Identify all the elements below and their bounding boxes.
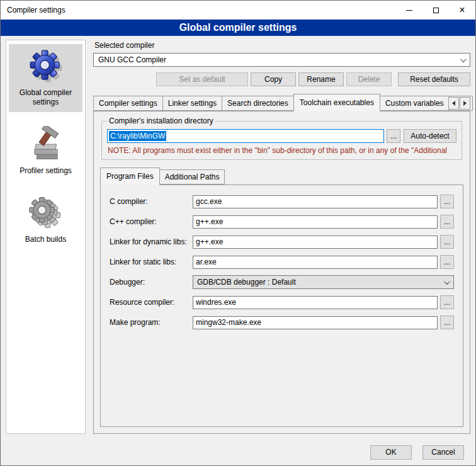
tab-scroll-right-button[interactable] — [460, 97, 470, 110]
blue-gear-icon — [28, 48, 64, 84]
installation-directory-browse-button[interactable]: ... — [387, 129, 400, 143]
installation-note: NOTE: All programs must exist either in … — [108, 146, 456, 155]
installation-directory-input[interactable]: C:\raylib\MinGW — [107, 129, 384, 143]
set-as-default-button: Set as default — [156, 72, 248, 86]
cpp-compiler-browse-button[interactable]: ... — [440, 215, 454, 229]
debugger-row: Debugger: GDB/CDB debugger : Default — [101, 272, 463, 292]
installation-directory-legend: Compiler's installation directory — [107, 116, 215, 125]
delete-button: Delete — [346, 72, 392, 86]
main-panel: Selected compiler GNU GCC Compiler Set a… — [93, 40, 470, 434]
toolchain-executables-page: Compiler's installation directory C:\ray… — [93, 111, 470, 434]
program-files-panel: C compiler: ... C++ compiler: ... Linker… — [100, 185, 463, 427]
compiler-settings-window: Compiler settings × Global compiler sett… — [0, 0, 476, 466]
resource-compiler-row: Resource compiler: ... — [101, 292, 463, 312]
linker-dynamic-browse-button[interactable]: ... — [440, 235, 454, 249]
linker-static-browse-button[interactable]: ... — [440, 255, 454, 269]
auto-detect-button[interactable]: Auto-detect — [404, 129, 456, 143]
profiler-hammer-icon — [28, 126, 64, 162]
right-arrow-icon — [463, 101, 467, 106]
make-program-label: Make program: — [110, 318, 193, 327]
tab-scroll-left-button[interactable] — [448, 97, 459, 110]
copy-button[interactable]: Copy — [251, 72, 296, 86]
close-icon: × — [459, 5, 465, 15]
c-compiler-label: C compiler: — [110, 197, 193, 206]
sidebar-item-label: Global compiler settings — [10, 88, 81, 107]
debugger-select-value: GDB/CDB debugger : Default — [197, 278, 296, 287]
installation-directory-row: C:\raylib\MinGW ... Auto-detect — [107, 129, 456, 143]
rename-button[interactable]: Rename — [298, 72, 344, 86]
dialog-header-title: Global compiler settings — [1, 20, 475, 36]
make-program-browse-button[interactable]: ... — [440, 315, 454, 329]
compiler-select[interactable]: GNU GCC Compiler — [93, 53, 470, 67]
chevron-down-icon — [460, 56, 467, 62]
subtab-program-files[interactable]: Program Files — [100, 168, 160, 185]
window-title: Compiler settings — [1, 6, 396, 14]
sidebar-item-global-compiler-settings[interactable]: Global compiler settings — [9, 44, 82, 112]
titlebar[interactable]: Compiler settings × — [1, 1, 475, 20]
resource-compiler-label: Resource compiler: — [110, 298, 193, 307]
gray-gears-icon — [28, 195, 64, 231]
settings-tabstrip: Compiler settings Linker settings Search… — [93, 94, 470, 111]
c-compiler-input[interactable] — [193, 195, 438, 208]
debugger-select[interactable]: GDB/CDB debugger : Default — [193, 275, 454, 289]
reset-defaults-button[interactable]: Reset defaults — [398, 72, 470, 86]
compiler-actions: Set as default Copy Rename Delete Reset … — [93, 72, 470, 86]
cpp-compiler-input[interactable] — [193, 215, 438, 229]
linker-static-input[interactable] — [193, 256, 438, 269]
close-button[interactable]: × — [449, 1, 475, 20]
dialog-body: Global compiler settings Profiler settin… — [1, 36, 475, 439]
debugger-label: Debugger: — [110, 278, 193, 287]
installation-directory-group: Compiler's installation directory C:\ray… — [101, 116, 462, 160]
sidebar-item-label: Profiler settings — [20, 166, 72, 176]
c-compiler-row: C compiler: ... — [101, 191, 463, 212]
installation-directory-value: C:\raylib\MinGW — [109, 131, 166, 141]
linker-static-row: Linker for static libs: ... — [101, 252, 463, 272]
minimize-icon — [406, 10, 412, 11]
tab-linker-settings[interactable]: Linker settings — [162, 96, 222, 111]
maximize-icon — [433, 8, 439, 13]
minimize-button[interactable] — [396, 1, 422, 20]
linker-dynamic-row: Linker for dynamic libs: ... — [101, 232, 463, 252]
toolchain-subtabstrip: Program Files Additional Paths — [100, 168, 463, 185]
compiler-select-value: GNU GCC Compiler — [98, 55, 166, 64]
tab-search-directories[interactable]: Search directories — [222, 96, 294, 111]
sidebar-item-profiler-settings[interactable]: Profiler settings — [9, 122, 82, 181]
left-arrow-icon — [452, 101, 455, 106]
ok-button[interactable]: OK — [370, 445, 412, 460]
make-program-row: Make program: ... — [101, 312, 463, 332]
sidebar-item-label: Batch builds — [25, 235, 66, 244]
maximize-button[interactable] — [422, 1, 449, 20]
settings-sidebar: Global compiler settings Profiler settin… — [6, 40, 86, 434]
tab-compiler-settings[interactable]: Compiler settings — [93, 96, 163, 111]
tab-toolchain-executables[interactable]: Toolchain executables — [293, 94, 380, 111]
c-compiler-browse-button[interactable]: ... — [440, 195, 454, 208]
subtab-additional-paths[interactable]: Additional Paths — [159, 169, 225, 185]
cpp-compiler-row: C++ compiler: ... — [101, 212, 463, 232]
make-program-input[interactable] — [193, 316, 438, 329]
tab-custom-variables[interactable]: Custom variables — [380, 96, 450, 111]
linker-dynamic-input[interactable] — [193, 236, 438, 249]
linker-static-label: Linker for static libs: — [110, 258, 193, 266]
linker-dynamic-label: Linker for dynamic libs: — [110, 237, 193, 246]
tab-scroll-arrows — [448, 97, 470, 110]
cpp-compiler-label: C++ compiler: — [110, 217, 193, 226]
resource-compiler-browse-button[interactable]: ... — [440, 295, 454, 309]
chevron-down-icon — [444, 278, 450, 285]
resource-compiler-input[interactable] — [193, 296, 438, 309]
selected-compiler-label: Selected compiler — [94, 41, 470, 50]
sidebar-item-batch-builds[interactable]: Batch builds — [9, 191, 82, 249]
dialog-footer: OK Cancel — [1, 439, 475, 465]
cancel-button[interactable]: Cancel — [422, 445, 464, 460]
